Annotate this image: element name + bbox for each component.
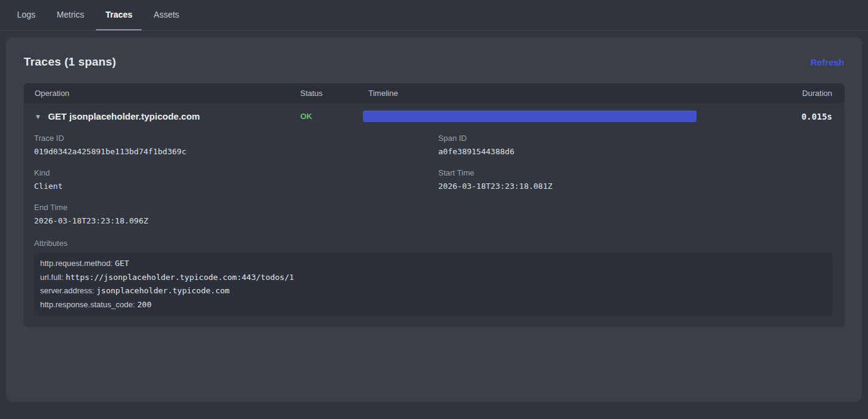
field-label: Start Time xyxy=(438,168,844,177)
attribute-key: http.response.status_code: xyxy=(40,300,135,309)
tab-assets[interactable]: Assets xyxy=(145,0,188,30)
field-value: 2026-03-18T23:23:18.096Z xyxy=(34,216,438,225)
span-status-badge: OK xyxy=(291,112,358,121)
field-value: a0fe3891544388d6 xyxy=(438,147,844,156)
attributes-box: http.request.method: GET url.full: https… xyxy=(34,253,832,316)
span-operation-cell: ▼ GET jsonplaceholder.typicode.com xyxy=(24,111,291,121)
field-value: 2026-03-18T23:23:18.081Z xyxy=(438,182,844,191)
field-label: Span ID xyxy=(438,134,844,143)
collapse-triangle-icon[interactable]: ▼ xyxy=(35,113,41,120)
field-start-time: Start Time 2026-03-18T23:23:18.081Z xyxy=(438,168,844,191)
panel-header: Traces (1 spans) Refresh xyxy=(24,37,844,83)
column-header-operation: Operation xyxy=(24,89,291,98)
attributes-section-label: Attributes xyxy=(34,239,844,248)
column-header-duration: Duration xyxy=(729,89,844,98)
attribute-value: 200 xyxy=(137,300,151,309)
field-span-id: Span ID a0fe3891544388d6 xyxy=(438,134,844,156)
tab-traces[interactable]: Traces xyxy=(96,0,141,30)
column-header-status: Status xyxy=(291,89,358,98)
attribute-row: server.address: jsonplaceholder.typicode… xyxy=(40,284,826,298)
span-duration-value: 0.015s xyxy=(729,112,844,121)
field-value: 019d0342a425891be113bd74f1bd369c xyxy=(34,147,438,156)
field-label: Trace ID xyxy=(34,134,438,143)
traces-panel: Traces (1 spans) Refresh Operation Statu… xyxy=(6,37,862,401)
attribute-row: http.request.method: GET xyxy=(40,257,826,271)
field-label: Kind xyxy=(34,168,438,177)
attribute-value: https://jsonplaceholder.typicode.com:443… xyxy=(66,273,294,282)
span-timeline-cell xyxy=(358,103,729,130)
field-value: Client xyxy=(34,182,438,191)
table-header-row: Operation Status Timeline Duration xyxy=(24,83,844,103)
trace-table: Operation Status Timeline Duration ▼ GET… xyxy=(24,83,844,327)
attribute-row: http.response.status_code: 200 xyxy=(40,298,826,312)
span-details: Trace ID 019d0342a425891be113bd74f1bd369… xyxy=(24,130,844,327)
attribute-key: server.address: xyxy=(40,286,94,295)
refresh-button[interactable]: Refresh xyxy=(810,57,844,67)
attribute-value: GET xyxy=(115,259,129,268)
field-label: End Time xyxy=(34,203,438,212)
attribute-key: url.full: xyxy=(40,273,63,282)
field-end-time: End Time 2026-03-18T23:23:18.096Z xyxy=(34,203,438,225)
timeline-bar xyxy=(363,111,697,122)
tab-bar: Logs Metrics Traces Assets xyxy=(0,0,868,31)
field-kind: Kind Client xyxy=(34,168,438,191)
tab-metrics[interactable]: Metrics xyxy=(47,0,93,30)
column-header-timeline: Timeline xyxy=(358,89,729,98)
attribute-value: jsonplaceholder.typicode.com xyxy=(97,286,230,295)
detail-fields-grid: Trace ID 019d0342a425891be113bd74f1bd369… xyxy=(34,134,844,237)
span-operation-label: GET jsonplaceholder.typicode.com xyxy=(48,111,200,121)
page-title: Traces (1 spans) xyxy=(24,55,116,69)
span-row[interactable]: ▼ GET jsonplaceholder.typicode.com OK 0.… xyxy=(24,103,844,130)
attribute-key: http.request.method: xyxy=(40,259,112,268)
attribute-row: url.full: https://jsonplaceholder.typico… xyxy=(40,271,826,285)
field-trace-id: Trace ID 019d0342a425891be113bd74f1bd369… xyxy=(34,134,438,156)
tab-logs[interactable]: Logs xyxy=(8,0,44,30)
